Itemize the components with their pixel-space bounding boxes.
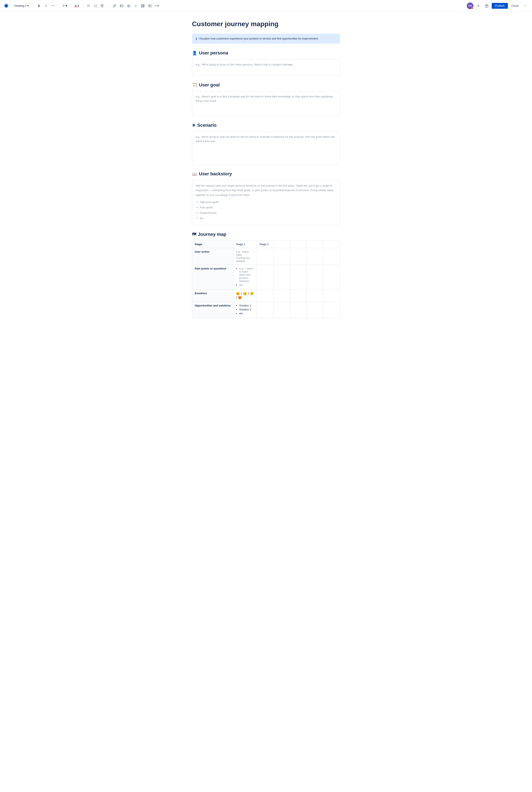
user-goal-heading-text: User goal [199, 82, 220, 88]
user-action-stage1: e.g., Alana visits Confluence website [233, 248, 257, 265]
emotions-stage6 [323, 290, 340, 302]
emotions-stage3 [273, 290, 290, 302]
emotions-label: Emotions [192, 290, 233, 302]
svg-rect-18 [141, 4, 144, 7]
table-stage-label: Stage [192, 240, 233, 248]
info-icon: ℹ [196, 37, 197, 41]
user-avatar[interactable]: CK [467, 2, 473, 9]
backstory-list: High-level goals Pain points Requirement… [195, 200, 337, 221]
emotions-emojis: 😊 / 😐 / 😤 / 😍 [236, 292, 254, 300]
image-button[interactable] [118, 2, 125, 9]
scenario-emoji: ✳ [192, 123, 195, 128]
content-area: Customer journey mapping ℹ Visualize how… [187, 12, 345, 335]
toolbar-divider-3 [71, 3, 71, 8]
table-stage-2-header: Stage 2 [257, 240, 273, 248]
info-panel: ℹ Visualize how customers experience you… [192, 34, 340, 44]
user-action-stage1-text: e.g., Alana visits Confluence website [236, 250, 250, 263]
italic-button[interactable]: I [43, 2, 49, 9]
backstory-intro-text: Add the reasons why your target persona … [195, 183, 337, 197]
heading-style-dropdown[interactable]: Heading 2 ▾ [13, 3, 30, 8]
user-action-stage2 [257, 248, 273, 265]
svg-rect-5 [88, 6, 90, 7]
more-text-button[interactable]: ··· [50, 2, 56, 9]
scenario-box[interactable]: e.g., We're going to map out what it's l… [192, 131, 340, 165]
table-empty-header-4 [290, 240, 307, 248]
svg-rect-9 [95, 6, 97, 6]
user-backstory-box[interactable]: Add the reasons why your target persona … [192, 180, 340, 225]
user-goal-box[interactable]: e.g., Alana's goal is to find a scalable… [192, 91, 340, 116]
svg-rect-0 [87, 5, 88, 5]
list-item: e.g., I need to learn about the product … [239, 267, 254, 283]
opportunities-stage4 [290, 302, 307, 318]
svg-rect-23 [148, 4, 150, 7]
svg-rect-1 [88, 5, 90, 5]
insert-group: @ ☺ + ▾ [111, 2, 160, 9]
svg-text:3.: 3. [94, 6, 95, 7]
user-persona-heading-text: User persona [199, 50, 228, 56]
user-action-stage5 [307, 248, 323, 265]
pain-points-list: e.g., I need to learn about the product … [236, 267, 254, 287]
table-empty-header-3 [273, 240, 290, 248]
alignment-button[interactable]: ≡ ▾ [61, 2, 68, 9]
avatar-notification-badge [471, 7, 473, 9]
numbered-list-button[interactable]: 1. 2. 3. [92, 2, 99, 9]
share-button[interactable] [483, 2, 490, 9]
bullet-list-button[interactable] [85, 2, 92, 9]
svg-rect-7 [95, 5, 97, 5]
close-button[interactable]: Close [510, 3, 520, 9]
table-row: Emotions 😊 / 😐 / 😤 / 😍 [192, 290, 340, 302]
scenario-heading-text: Scenario [197, 122, 216, 128]
user-action-label: User action [192, 248, 233, 265]
heading-dropdown-label: Heading 2 [14, 4, 26, 7]
chevron-down-icon: ▾ [27, 4, 29, 7]
table-button[interactable] [139, 2, 146, 9]
pain-points-stage3 [273, 265, 290, 290]
user-persona-emoji: 👤 [192, 51, 197, 56]
svg-rect-16 [120, 4, 123, 7]
toolbar-divider-2 [59, 3, 59, 8]
opportunities-list: Solution 1 Solution 2 etc. [236, 304, 254, 315]
link-button[interactable] [111, 2, 118, 9]
user-goal-heading: 🏹 User goal [192, 82, 340, 88]
table-row: Pain points or questions e.g., I need to… [192, 265, 340, 290]
journey-map-heading: 🗺 Journey map [192, 232, 340, 237]
opportunities-stage5 [307, 302, 323, 318]
list-item: High-level goals [200, 200, 337, 205]
pain-points-stage5 [307, 265, 323, 290]
opportunities-stage1: Solution 1 Solution 2 etc. [233, 302, 257, 318]
app-logo [3, 3, 9, 9]
pain-points-stage6 [323, 265, 340, 290]
journey-map-emoji: 🗺 [192, 232, 196, 237]
table-empty-header-5 [307, 240, 323, 248]
user-action-stage4 [290, 248, 307, 265]
task-list-button[interactable] [99, 2, 106, 9]
pain-points-label: Pain points or questions [192, 265, 233, 290]
publish-button[interactable]: Publish [492, 3, 508, 9]
list-item: Pain points [200, 205, 337, 210]
text-format-group: B I ··· [36, 2, 56, 9]
text-color-button[interactable]: A ▾ [73, 2, 80, 9]
opportunities-label: Opportunities and solutions [192, 302, 233, 318]
table-stage-1-header: Stage 1 [233, 240, 257, 248]
svg-rect-24 [150, 4, 151, 7]
list-item: etc. [200, 216, 337, 221]
mention-button[interactable]: @ [125, 2, 132, 9]
table-row: Opportunities and solutions Solution 1 S… [192, 302, 340, 318]
user-action-stage3 [273, 248, 290, 265]
journey-map-heading-text: Journey map [198, 232, 226, 237]
add-collaborator-button[interactable]: + [475, 2, 482, 9]
pain-points-stage1: e.g., I need to learn about the product … [233, 265, 257, 290]
more-insert-button[interactable]: + ▾ [154, 2, 160, 9]
more-options-button[interactable]: ··· [522, 2, 529, 9]
columns-button[interactable] [147, 2, 153, 9]
table-empty-header-6 [323, 240, 340, 248]
opportunities-stage6 [323, 302, 340, 318]
svg-rect-2 [87, 6, 88, 6]
toolbar: Heading 2 ▾ B I ··· ≡ ▾ A ▾ 1. [0, 0, 532, 12]
emoji-button[interactable]: ☺ [132, 2, 139, 9]
scenario-placeholder: e.g., We're going to map out what it's l… [195, 135, 335, 143]
user-persona-box[interactable]: e.g., We're going to focus on the Alana … [192, 59, 340, 76]
user-backstory-heading-text: User backstory [199, 171, 232, 177]
bold-button[interactable]: B [36, 2, 42, 9]
journey-map-table: Stage Stage 1 Stage 2 User action e.g., … [192, 240, 340, 318]
